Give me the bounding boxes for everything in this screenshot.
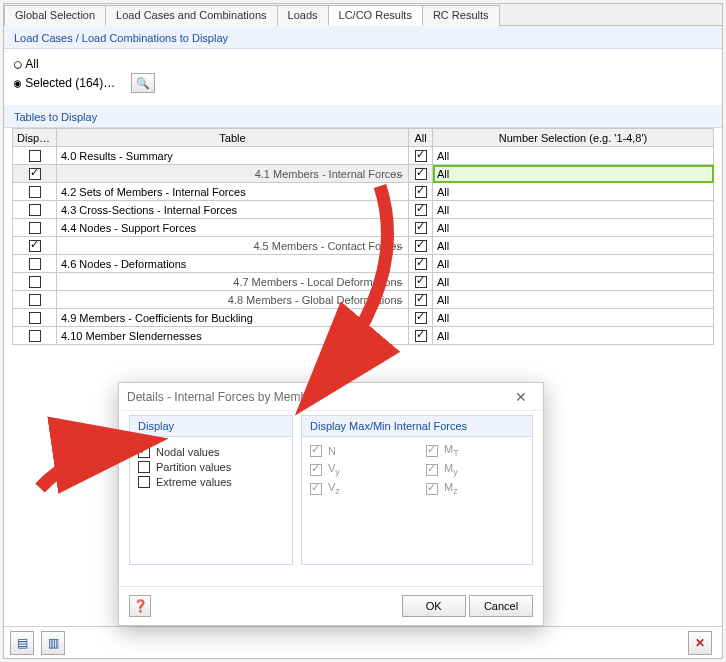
selection-cell[interactable]: All xyxy=(433,219,714,237)
selection-cell[interactable]: All xyxy=(433,255,714,273)
checkbox-icon xyxy=(29,258,41,270)
all-cell[interactable] xyxy=(409,147,433,165)
col-table[interactable]: Table xyxy=(57,129,409,147)
display-cell[interactable] xyxy=(13,327,57,345)
ok-button[interactable]: OK xyxy=(402,595,466,617)
ellipsis-button[interactable]: … xyxy=(393,292,404,304)
checkbox-disabled-icon xyxy=(426,445,438,457)
radio-all[interactable]: ◯ All xyxy=(14,57,712,71)
display-cell[interactable] xyxy=(13,183,57,201)
all-cell[interactable] xyxy=(409,165,433,183)
toolbar-btn-2[interactable]: ▥ xyxy=(41,631,65,655)
checkbox-icon xyxy=(138,476,150,488)
table-row[interactable]: 4.9 Members - Coefficients for BucklingA… xyxy=(13,309,714,327)
display-cell[interactable] xyxy=(13,309,57,327)
table-name-cell[interactable]: 4.7 Members - Local Deformations… xyxy=(57,273,409,291)
tab-global-selection[interactable]: Global Selection xyxy=(4,5,106,26)
col-all[interactable]: All xyxy=(409,129,433,147)
help-button[interactable]: ❓ xyxy=(129,595,151,617)
list-icon: ▤ xyxy=(17,636,28,650)
ellipsis-button[interactable]: … xyxy=(393,274,404,286)
tab-loads[interactable]: Loads xyxy=(277,5,329,26)
display-cell[interactable] xyxy=(13,273,57,291)
force-vz-label: Vz xyxy=(328,481,340,496)
table-name-cell[interactable]: 4.5 Members - Contact Forces… xyxy=(57,237,409,255)
table-name-cell[interactable]: 4.9 Members - Coefficients for Buckling xyxy=(57,309,409,327)
table-name-cell[interactable]: 4.10 Member Slendernesses xyxy=(57,327,409,345)
display-cell[interactable] xyxy=(13,165,57,183)
selection-cell[interactable]: All xyxy=(433,147,714,165)
checkbox-icon xyxy=(29,150,41,162)
pick-load-cases-button[interactable]: 🔍 xyxy=(131,73,155,93)
table-row[interactable]: 4.1 Members - Internal Forces…All xyxy=(13,165,714,183)
table-row[interactable]: 4.5 Members - Contact Forces…All xyxy=(13,237,714,255)
table-row[interactable]: 4.6 Nodes - DeformationsAll xyxy=(13,255,714,273)
all-cell[interactable] xyxy=(409,255,433,273)
radio-off-icon: ◯ xyxy=(14,57,21,71)
selection-cell[interactable]: All xyxy=(433,273,714,291)
all-cell[interactable] xyxy=(409,183,433,201)
table-name-cell[interactable]: 4.3 Cross-Sections - Internal Forces xyxy=(57,201,409,219)
table-name-cell[interactable]: 4.4 Nodes - Support Forces xyxy=(57,219,409,237)
table-name-cell[interactable]: 4.6 Nodes - Deformations xyxy=(57,255,409,273)
cancel-button[interactable]: Cancel xyxy=(469,595,533,617)
all-cell[interactable] xyxy=(409,237,433,255)
all-cell[interactable] xyxy=(409,291,433,309)
force-my: My xyxy=(426,462,524,477)
col-display[interactable]: Display xyxy=(13,129,57,147)
ellipsis-button[interactable]: … xyxy=(393,166,404,178)
dialog-close-button[interactable]: ✕ xyxy=(507,389,535,405)
selection-cell[interactable]: All xyxy=(433,291,714,309)
checkbox-icon xyxy=(29,330,41,342)
table-name-cell[interactable]: 4.0 Results - Summary xyxy=(57,147,409,165)
opt-nodal[interactable]: Nodal values xyxy=(138,446,284,458)
selection-cell[interactable]: All xyxy=(433,183,714,201)
radio-selected[interactable]: ◉ Selected (164)… 🔍 xyxy=(14,73,712,93)
search-icon: 🔍 xyxy=(136,77,150,90)
table-name-cell[interactable]: 4.1 Members - Internal Forces… xyxy=(57,165,409,183)
force-n-label: N xyxy=(328,445,336,457)
opt-partition[interactable]: Partition values xyxy=(138,461,284,473)
selection-cell[interactable]: All xyxy=(433,327,714,345)
display-cell[interactable] xyxy=(13,237,57,255)
display-cell[interactable] xyxy=(13,291,57,309)
toolbar-btn-1[interactable]: ▤ xyxy=(10,631,34,655)
table-name-cell[interactable]: 4.8 Members - Global Deformations… xyxy=(57,291,409,309)
table-name-cell[interactable]: 4.2 Sets of Members - Internal Forces xyxy=(57,183,409,201)
all-cell[interactable] xyxy=(409,327,433,345)
table-row[interactable]: 4.8 Members - Global Deformations…All xyxy=(13,291,714,309)
all-cell[interactable] xyxy=(409,309,433,327)
selection-cell[interactable]: All xyxy=(433,165,714,183)
display-cell[interactable] xyxy=(13,219,57,237)
checkbox-icon xyxy=(415,312,427,324)
checkbox-icon xyxy=(415,294,427,306)
col-selection[interactable]: Number Selection (e.g. '1-4,8') xyxy=(433,129,714,147)
tab-lc-co-results[interactable]: LC/CO Results xyxy=(328,5,423,26)
all-cell[interactable] xyxy=(409,273,433,291)
tab-load-cases-and-combinations[interactable]: Load Cases and Combinations xyxy=(105,5,277,26)
checkbox-disabled-icon xyxy=(310,445,322,457)
dialog-title: Details - Internal Forces by Member xyxy=(127,390,318,404)
table-row[interactable]: 4.4 Nodes - Support ForcesAll xyxy=(13,219,714,237)
opt-extreme[interactable]: Extreme values xyxy=(138,476,284,488)
ellipsis-button[interactable]: … xyxy=(393,238,404,250)
delete-button[interactable]: ✕ xyxy=(688,631,712,655)
all-cell[interactable] xyxy=(409,219,433,237)
display-cell[interactable] xyxy=(13,255,57,273)
force-mz-label: Mz xyxy=(444,481,458,496)
table-row[interactable]: 4.7 Members - Local Deformations…All xyxy=(13,273,714,291)
table-row[interactable]: 4.0 Results - SummaryAll xyxy=(13,147,714,165)
tab-rc-results[interactable]: RC Results xyxy=(422,5,500,26)
table-row[interactable]: 4.10 Member SlendernessesAll xyxy=(13,327,714,345)
table-row[interactable]: 4.2 Sets of Members - Internal ForcesAll xyxy=(13,183,714,201)
table-row[interactable]: 4.3 Cross-Sections - Internal ForcesAll xyxy=(13,201,714,219)
display-cell[interactable] xyxy=(13,201,57,219)
display-cell[interactable] xyxy=(13,147,57,165)
all-cell[interactable] xyxy=(409,201,433,219)
checkbox-icon xyxy=(29,276,41,288)
selection-cell[interactable]: All xyxy=(433,309,714,327)
selection-cell[interactable]: All xyxy=(433,201,714,219)
selection-cell[interactable]: All xyxy=(433,237,714,255)
checkbox-icon xyxy=(415,276,427,288)
checkbox-icon xyxy=(29,222,41,234)
